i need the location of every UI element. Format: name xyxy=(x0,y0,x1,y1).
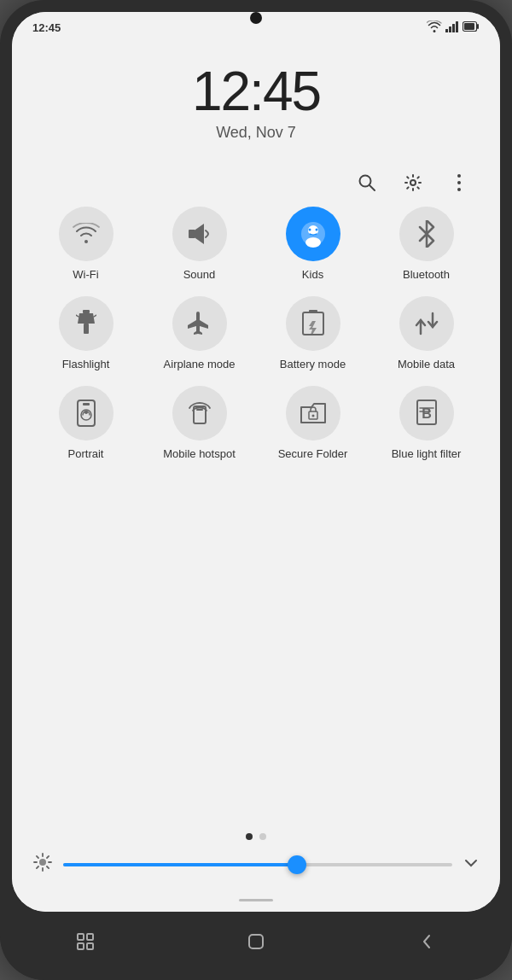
portrait-icon-circle xyxy=(59,386,113,440)
qs-battery[interactable]: Battery mode xyxy=(266,296,360,372)
clock-time: 12:45 xyxy=(12,64,500,119)
action-icons-row xyxy=(12,159,500,207)
quick-settings: Wi-Fi Sound xyxy=(12,207,500,825)
airplane-icon-circle xyxy=(172,296,227,351)
sound-label: Sound xyxy=(183,268,216,283)
kids-icon-circle xyxy=(286,207,340,261)
flashlight-label: Flashlight xyxy=(62,358,110,372)
svg-rect-3 xyxy=(456,21,458,32)
qs-portrait[interactable]: Portrait xyxy=(39,386,133,462)
svg-point-41 xyxy=(39,859,46,866)
svg-rect-53 xyxy=(87,943,93,949)
svg-line-49 xyxy=(47,856,49,858)
qs-bluelight[interactable]: B Blue light filter xyxy=(380,386,474,462)
svg-rect-30 xyxy=(83,403,90,405)
battery-status-icon xyxy=(463,20,480,35)
svg-rect-6 xyxy=(477,24,479,29)
back-button[interactable] xyxy=(405,925,448,959)
dots-row xyxy=(12,825,500,847)
svg-point-17 xyxy=(308,229,311,231)
clock-date: Wed, Nov 7 xyxy=(12,124,500,142)
status-icons xyxy=(427,20,480,35)
svg-point-12 xyxy=(457,188,461,191)
settings-button[interactable] xyxy=(398,167,428,198)
kids-label: Kids xyxy=(302,268,323,283)
svg-rect-2 xyxy=(452,24,455,32)
hotspot-label: Mobile hotspot xyxy=(163,447,236,462)
brightness-fill xyxy=(63,863,297,866)
qs-securefolder[interactable]: Secure Folder xyxy=(266,386,360,462)
svg-point-18 xyxy=(315,229,317,231)
mobiledata-icon-circle xyxy=(399,296,454,351)
clock-area: 12:45 Wed, Nov 7 xyxy=(12,38,500,159)
svg-rect-51 xyxy=(87,934,93,940)
qs-flashlight[interactable]: Flashlight xyxy=(39,296,133,372)
home-bar xyxy=(12,886,500,912)
more-options-button[interactable] xyxy=(444,167,474,198)
search-button[interactable] xyxy=(352,167,382,198)
sound-icon-circle xyxy=(172,207,227,261)
qs-sound[interactable]: Sound xyxy=(153,207,247,283)
home-bar-line xyxy=(239,899,273,901)
dot-2[interactable] xyxy=(259,833,266,840)
portrait-label: Portrait xyxy=(68,447,104,462)
brightness-icon xyxy=(32,852,53,878)
battery-icon-circle xyxy=(286,296,340,351)
brightness-expand-button[interactable] xyxy=(463,855,480,876)
qs-mobiledata[interactable]: Mobile data xyxy=(380,296,474,372)
signal-status-icon xyxy=(445,20,459,35)
wifi-icon-circle xyxy=(59,207,113,261)
svg-line-47 xyxy=(47,866,49,868)
bluelight-icon-circle: B xyxy=(399,386,454,440)
recents-button[interactable] xyxy=(64,925,107,959)
qs-wifi[interactable]: Wi-Fi xyxy=(39,207,133,283)
svg-rect-52 xyxy=(78,943,84,949)
wifi-label: Wi-Fi xyxy=(73,268,98,283)
qs-row-2: Flashlight Airplane mode xyxy=(29,296,483,372)
brightness-thumb[interactable] xyxy=(288,855,306,874)
hotspot-icon-circle xyxy=(172,386,227,440)
svg-marker-20 xyxy=(78,313,95,324)
bluetooth-icon-circle xyxy=(399,207,454,261)
svg-point-16 xyxy=(305,237,321,248)
svg-line-46 xyxy=(37,856,38,858)
phone-screen: 12:45 xyxy=(12,12,500,912)
svg-rect-50 xyxy=(78,934,84,940)
svg-rect-26 xyxy=(309,310,317,312)
bluetooth-label: Bluetooth xyxy=(403,268,450,283)
home-button[interactable] xyxy=(235,925,277,959)
svg-point-10 xyxy=(457,174,461,178)
svg-point-32 xyxy=(84,411,88,414)
bluelight-label: Blue light filter xyxy=(392,447,462,462)
main-content: 12:45 Wed, Nov 7 xyxy=(12,38,500,912)
qs-airplane[interactable]: Airplane mode xyxy=(153,296,247,372)
svg-rect-34 xyxy=(196,409,203,411)
securefolder-icon-circle xyxy=(286,386,340,440)
airplane-label: Airplane mode xyxy=(164,358,236,372)
bottom-nav xyxy=(0,912,512,980)
svg-rect-13 xyxy=(189,230,195,238)
securefolder-label: Secure Folder xyxy=(278,447,348,462)
dot-1[interactable] xyxy=(246,833,253,840)
svg-point-9 xyxy=(410,180,416,185)
brightness-row xyxy=(12,847,500,886)
qs-bluetooth[interactable]: Bluetooth xyxy=(380,207,474,283)
svg-line-22 xyxy=(76,315,79,317)
battery-label: Battery mode xyxy=(280,358,346,372)
brightness-slider[interactable] xyxy=(63,863,452,866)
svg-line-23 xyxy=(94,315,96,317)
wifi-status-icon xyxy=(427,20,442,35)
svg-rect-54 xyxy=(249,935,263,948)
qs-row-3: Portrait Mobile hotspot xyxy=(29,386,483,462)
svg-point-36 xyxy=(311,414,314,417)
qs-hotspot[interactable]: Mobile hotspot xyxy=(153,386,247,462)
svg-rect-21 xyxy=(84,324,89,334)
svg-point-11 xyxy=(457,181,461,184)
camera-notch xyxy=(250,12,262,24)
qs-row-1: Wi-Fi Sound xyxy=(29,207,483,283)
svg-rect-0 xyxy=(445,29,448,32)
svg-line-48 xyxy=(37,866,38,868)
flashlight-icon-circle xyxy=(59,296,113,351)
svg-rect-1 xyxy=(449,26,451,32)
qs-kids[interactable]: Kids xyxy=(266,207,360,283)
